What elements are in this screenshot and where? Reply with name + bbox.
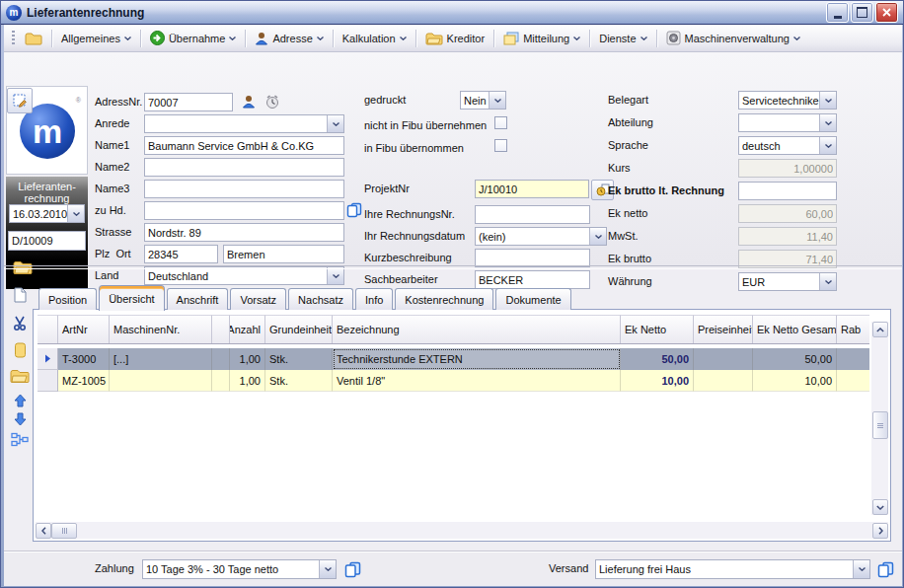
grid-header-ek-netto-gesamt[interactable]: Ek Netto Gesamt	[753, 315, 837, 343]
scroll-right-button[interactable]	[872, 523, 888, 539]
copy-zahlung-button[interactable]	[343, 560, 361, 578]
cell-preiseinheit[interactable]	[694, 370, 753, 392]
cell-maschinennr[interactable]	[110, 370, 212, 392]
tab-nachsatz[interactable]: Nachsatz	[288, 288, 353, 310]
chevron-down-icon[interactable]	[819, 92, 836, 109]
fibu-uebernommen-checkbox[interactable]	[494, 139, 507, 152]
cell-ek-netto-gesamt[interactable]: 10,00	[753, 370, 837, 392]
tab-info[interactable]: Info	[355, 288, 393, 310]
cell-artnr[interactable]: T-3000	[58, 348, 110, 370]
toolbar-item-uebernahme[interactable]: Übernahme	[144, 28, 242, 48]
toolbar-item-maschinenverwaltung[interactable]: Maschinenverwaltung	[660, 28, 806, 48]
copy-address-button[interactable]	[346, 202, 362, 218]
zuhd-field[interactable]	[144, 201, 344, 220]
belegart-select[interactable]: Servicetechniker	[738, 91, 837, 110]
grid-header-anzahl[interactable]: Anzahl	[230, 315, 265, 343]
contact-button[interactable]	[241, 94, 257, 110]
toolbar-item-mitteilung[interactable]: Mitteilung	[497, 29, 586, 48]
chevron-down-icon[interactable]	[327, 115, 343, 132]
adressnr-field[interactable]	[144, 93, 233, 111]
grid-header-grundeinheit[interactable]: Grundeinheit	[265, 315, 333, 343]
plz-field[interactable]	[144, 245, 218, 263]
cell-ek-netto[interactable]: 10,00	[621, 370, 694, 392]
vertical-scrollbar[interactable]	[871, 322, 888, 515]
fibu-uebernehmen-checkbox[interactable]	[494, 116, 507, 129]
scroll-thumb[interactable]	[872, 411, 888, 439]
tab-anschrift[interactable]: Anschrift	[167, 288, 229, 310]
move-up-button[interactable]	[12, 392, 28, 408]
chevron-down-icon[interactable]	[819, 273, 836, 290]
chevron-down-icon[interactable]	[67, 205, 84, 222]
projektnr-field[interactable]	[475, 180, 589, 198]
zahlung-select[interactable]: 10 Tage 3% - 30 Tage netto	[142, 559, 337, 579]
table-row[interactable]: T-3000 [...] 1,00 Stk. Technikerstunde E…	[38, 348, 869, 370]
doc-number-field[interactable]	[8, 231, 86, 251]
chevron-down-icon[interactable]	[819, 114, 836, 131]
ihre-rechnungsnr-field[interactable]	[475, 205, 590, 224]
row-selector-cell[interactable]	[38, 348, 58, 370]
abteilung-select[interactable]	[738, 113, 837, 132]
scroll-down-button[interactable]	[872, 499, 888, 515]
chevron-down-icon[interactable]	[489, 92, 505, 109]
anrede-select[interactable]	[144, 114, 344, 133]
toolbar-item-kalkulation[interactable]: Kalkulation	[337, 30, 413, 47]
chevron-down-icon[interactable]	[853, 560, 869, 578]
name3-field[interactable]	[144, 180, 344, 198]
close-button[interactable]	[875, 2, 898, 23]
scroll-left-button[interactable]	[36, 523, 51, 539]
grid-header-artnr[interactable]: ArtNr	[58, 315, 110, 343]
cell-grundeinheit[interactable]: Stk.	[265, 348, 333, 370]
name1-field[interactable]	[144, 136, 344, 155]
reminder-button[interactable]	[264, 93, 280, 110]
grid-header-maschinennr[interactable]: MaschinenNr.	[110, 315, 212, 343]
name2-field[interactable]	[144, 158, 344, 177]
cell-artnr[interactable]: MZ-1005	[58, 370, 110, 392]
cell-anzahl[interactable]: 1,00	[230, 370, 265, 392]
scroll-up-button[interactable]	[872, 322, 888, 337]
grid-header-bezeichnung[interactable]: Bezeichnung	[333, 315, 621, 343]
chevron-down-icon[interactable]	[819, 137, 836, 154]
table-row[interactable]: MZ-1005 1,00 Stk. Ventil 1/8" 10,00 10,0…	[38, 370, 869, 392]
gedruckt-select[interactable]: Nein	[460, 91, 506, 110]
copy-position-button[interactable]	[11, 340, 29, 360]
scroll-thumb[interactable]	[51, 523, 77, 539]
versand-select[interactable]: Lieferung frei Haus	[595, 559, 870, 579]
new-position-button[interactable]	[10, 285, 30, 305]
cell-icon[interactable]	[212, 348, 230, 370]
grid-header-rabatt[interactable]: Rab	[837, 315, 869, 343]
tab-uebersicht[interactable]: Übersicht	[99, 285, 164, 311]
tab-position[interactable]: Position	[38, 288, 97, 310]
cell-rabatt[interactable]	[837, 370, 869, 392]
sprache-select[interactable]: deutsch	[738, 136, 837, 155]
move-down-button[interactable]	[12, 410, 28, 427]
positions-folder-button[interactable]	[9, 366, 31, 386]
cell-bezeichnung[interactable]: Technikerstunde EXTERN	[333, 348, 621, 370]
ek-brutto-lt-rechnung-field[interactable]	[738, 182, 837, 200]
tab-dokumente[interactable]: Dokumente	[495, 288, 570, 310]
cell-preiseinheit[interactable]	[694, 348, 753, 370]
toolbar-item-dienste[interactable]: Dienste	[593, 30, 652, 47]
edit-selection-button[interactable]	[7, 88, 33, 113]
maximize-button[interactable]	[851, 2, 873, 23]
grid-header-icon-col[interactable]	[212, 315, 230, 343]
ort-field[interactable]	[223, 245, 344, 263]
cell-bezeichnung[interactable]: Ventil 1/8"	[333, 370, 621, 392]
cut-button[interactable]	[10, 314, 30, 333]
toolbar-item-kreditor[interactable]: Kreditor	[419, 29, 491, 48]
toolbar-item-adresse[interactable]: Adresse	[249, 29, 329, 48]
rechnungsdatum-select[interactable]: (kein)	[475, 227, 607, 246]
chevron-down-icon[interactable]	[327, 267, 343, 284]
grid-header-ek-netto[interactable]: Ek Netto	[621, 315, 694, 343]
minimize-button[interactable]	[826, 2, 849, 23]
open-folder-button[interactable]	[19, 29, 48, 48]
row-selector-cell[interactable]	[38, 370, 58, 392]
chevron-down-icon[interactable]	[319, 560, 336, 578]
grid-header-preiseinheit[interactable]: Preiseinheit	[694, 315, 753, 343]
copy-versand-button[interactable]	[876, 560, 894, 578]
cell-ek-netto[interactable]: 50,00	[621, 348, 694, 370]
toolbar-grip[interactable]	[12, 31, 15, 46]
horizontal-scrollbar[interactable]	[36, 522, 888, 539]
cell-maschinennr[interactable]: [...]	[110, 348, 212, 370]
toolbar-item-allgemeines[interactable]: Allgemeines	[55, 30, 137, 47]
chevron-down-icon[interactable]	[589, 228, 606, 245]
